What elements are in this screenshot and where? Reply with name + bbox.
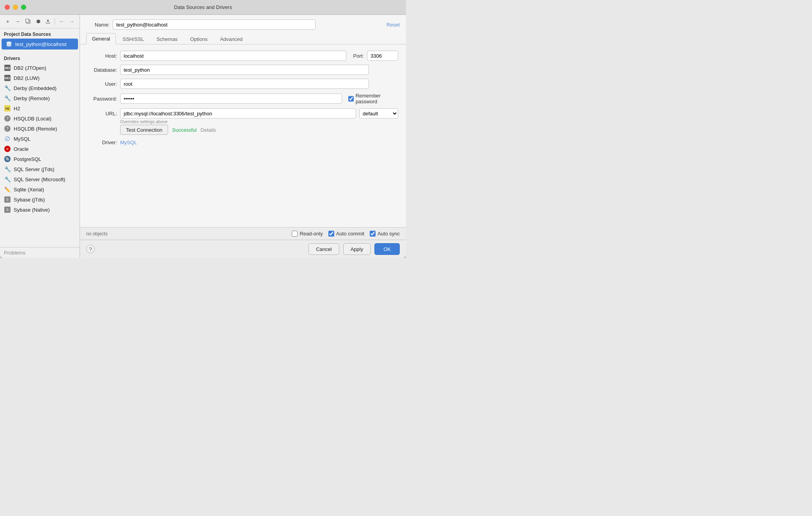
h2-icon: H2 bbox=[4, 105, 11, 112]
toolbar-separator bbox=[55, 18, 55, 25]
add-button[interactable]: + bbox=[3, 17, 12, 26]
forward-button[interactable]: → bbox=[67, 17, 76, 26]
driver-item-db2-luw[interactable]: DBZ DB2 (LUW) bbox=[2, 73, 78, 83]
host-label: Host: bbox=[88, 53, 117, 59]
sidebar-toolbar: + − bbox=[0, 15, 80, 28]
drivers-section: Drivers DBZ DB2 (JTOpen) DBZ DB2 (LUW) 🔧 bbox=[0, 53, 80, 215]
host-row: Host: Port: bbox=[88, 51, 398, 61]
driver-value[interactable]: MySQL bbox=[120, 140, 137, 145]
drivers-label: Drivers bbox=[2, 53, 78, 63]
tab-advanced[interactable]: Advanced bbox=[214, 34, 248, 44]
cancel-button[interactable]: Cancel bbox=[308, 243, 339, 255]
sqlserver-jtds-icon: 🔧 bbox=[4, 166, 11, 173]
datasource-icon bbox=[5, 41, 12, 48]
bottom-bar-checkboxes: Read-only Auto commit Auto sync bbox=[292, 231, 400, 237]
sidebar-footer: Problems bbox=[0, 247, 80, 258]
auto-sync-checkbox[interactable] bbox=[370, 231, 376, 237]
driver-item-mysql[interactable]: MySQL bbox=[2, 134, 78, 144]
user-input[interactable] bbox=[120, 79, 369, 89]
sidebar-item-test-python[interactable]: test_python@localhost bbox=[2, 39, 78, 49]
ok-button[interactable]: OK bbox=[374, 243, 400, 255]
read-only-checkbox[interactable] bbox=[292, 231, 298, 237]
url-label: URL: bbox=[88, 111, 117, 117]
database-input[interactable] bbox=[120, 65, 369, 75]
bottom-bar: no objects Read-only Auto commit Auto sy… bbox=[80, 227, 406, 240]
remember-row: Remember password bbox=[348, 93, 398, 104]
tab-ssh-ssl[interactable]: SSH/SSL bbox=[117, 34, 150, 44]
test-details-link[interactable]: Details bbox=[200, 127, 216, 133]
driver-item-sybase-jtds[interactable]: S Sybase (jTds) bbox=[2, 194, 78, 205]
db2-jtopen-icon: DBZ bbox=[4, 64, 11, 71]
oracle-icon: O bbox=[4, 145, 11, 152]
read-only-label: Read-only bbox=[300, 231, 323, 237]
driver-item-hsqldb-local[interactable]: ? HSQLDB (Local) bbox=[2, 113, 78, 124]
driver-label-db2-luw: DB2 (LUW) bbox=[14, 75, 39, 81]
minimize-button[interactable] bbox=[13, 5, 18, 10]
derby-embedded-icon: 🔧 bbox=[4, 85, 11, 92]
mysql-icon bbox=[4, 135, 11, 142]
url-input[interactable] bbox=[120, 108, 356, 118]
driver-label-sybase-jtds: Sybase (jTds) bbox=[14, 197, 45, 203]
user-row: User: bbox=[88, 79, 398, 89]
apply-button[interactable]: Apply bbox=[343, 243, 371, 255]
remember-password-checkbox[interactable] bbox=[348, 96, 353, 102]
name-input[interactable] bbox=[113, 19, 316, 30]
read-only-item: Read-only bbox=[292, 231, 323, 237]
driver-item-sqlite[interactable]: ✏️ Sqlite (Xerial) bbox=[2, 184, 78, 194]
driver-item-postgresql[interactable]: 🐘 PostgreSQL bbox=[2, 154, 78, 164]
auto-sync-label: Auto sync bbox=[378, 231, 400, 237]
driver-item-sybase-native[interactable]: S Sybase (Native) bbox=[2, 205, 78, 215]
right-panel: Name: Reset General SSH/SSL Schemas Opti… bbox=[80, 15, 406, 258]
sybase-jtds-icon: S bbox=[4, 196, 11, 203]
password-input[interactable] bbox=[120, 94, 342, 104]
driver-item-sqlserver-jtds[interactable]: 🔧 SQL Server (jTds) bbox=[2, 164, 78, 174]
footer-buttons: ? Cancel Apply OK bbox=[80, 240, 406, 258]
driver-label-field: Driver: bbox=[88, 140, 117, 145]
maximize-button[interactable] bbox=[21, 5, 26, 10]
driver-row: Driver: MySQL bbox=[88, 140, 398, 145]
back-button[interactable]: ← bbox=[57, 17, 66, 26]
tabs-bar: General SSH/SSL Schemas Options Advanced bbox=[80, 33, 406, 44]
problems-label: Problems bbox=[4, 250, 25, 256]
driver-item-oracle[interactable]: O Oracle bbox=[2, 144, 78, 154]
host-input[interactable] bbox=[120, 51, 346, 61]
hsqldb-remote-icon: ? bbox=[4, 125, 11, 132]
driver-label-sqlserver-ms: SQL Server (Microsoft) bbox=[14, 177, 65, 182]
copy-button[interactable] bbox=[23, 17, 33, 26]
form-panel: Host: Port: Database: User: Pass bbox=[80, 44, 406, 227]
tab-general[interactable]: General bbox=[86, 33, 116, 44]
postgresql-icon: 🐘 bbox=[4, 156, 11, 163]
svg-rect-1 bbox=[26, 19, 29, 22]
port-label: Port: bbox=[353, 53, 364, 59]
port-input[interactable] bbox=[367, 51, 398, 61]
config-button[interactable] bbox=[34, 17, 43, 26]
driver-item-derby-remote[interactable]: 🔧 Derby (Remote) bbox=[2, 93, 78, 103]
overrides-hint: Overrides settings above bbox=[120, 119, 398, 124]
driver-label-hsqldb-remote: HSQLDB (Remote) bbox=[14, 126, 57, 132]
auto-commit-item: Auto commit bbox=[328, 231, 364, 237]
driver-item-hsqldb-remote[interactable]: ? HSQLDB (Remote) bbox=[2, 124, 78, 134]
auto-commit-label: Auto commit bbox=[336, 231, 364, 237]
export-button[interactable] bbox=[43, 17, 53, 26]
test-connection-button[interactable]: Test Connection bbox=[120, 125, 168, 135]
driver-item-derby-embedded[interactable]: 🔧 Derby (Embedded) bbox=[2, 83, 78, 93]
driver-item-h2[interactable]: H2 H2 bbox=[2, 103, 78, 113]
main-content: + − bbox=[0, 15, 406, 258]
driver-label-db2-jtopen: DB2 (JTOpen) bbox=[14, 65, 46, 71]
driver-item-db2-jtopen[interactable]: DBZ DB2 (JTOpen) bbox=[2, 63, 78, 73]
driver-item-sqlserver-ms[interactable]: 🔧 SQL Server (Microsoft) bbox=[2, 174, 78, 184]
url-scheme-select[interactable]: default jdbc bbox=[359, 108, 398, 118]
project-data-sources-label: Project Data Sources bbox=[0, 28, 80, 39]
user-label: User: bbox=[88, 81, 117, 87]
close-button[interactable] bbox=[5, 5, 10, 10]
remember-label: Remember password bbox=[356, 93, 398, 104]
test-connection-row: Test Connection Successful Details bbox=[120, 125, 398, 135]
auto-commit-checkbox[interactable] bbox=[328, 231, 334, 237]
remove-button[interactable]: − bbox=[13, 17, 23, 26]
reset-button[interactable]: Reset bbox=[386, 22, 400, 28]
tab-options[interactable]: Options bbox=[184, 34, 213, 44]
sqlite-icon: ✏️ bbox=[4, 186, 11, 193]
name-row: Name: Reset bbox=[80, 15, 406, 33]
tab-schemas[interactable]: Schemas bbox=[151, 34, 183, 44]
help-button[interactable]: ? bbox=[86, 245, 95, 253]
